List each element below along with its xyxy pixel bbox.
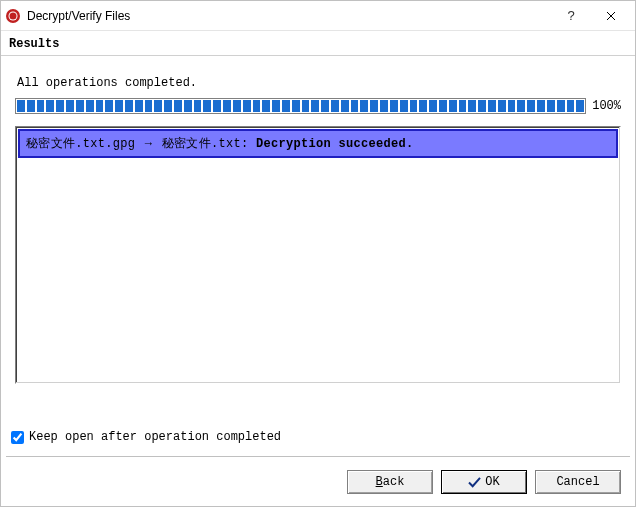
window-title: Decrypt/Verify Files [27, 9, 551, 23]
cancel-label: Cancel [556, 475, 599, 489]
title-bar: Decrypt/Verify Files ? [1, 1, 635, 31]
arrow-icon: → [145, 137, 153, 151]
keep-open-checkbox[interactable] [11, 431, 24, 444]
results-list[interactable]: 秘密文件.txt.gpg → 秘密文件.txt: Decryption succ… [15, 126, 621, 384]
back-mnemonic: B [376, 475, 383, 489]
button-row: Back OK Cancel [347, 470, 621, 494]
keep-open-label: Keep open after operation completed [29, 430, 281, 444]
result-source: 秘密文件.txt.gpg [26, 137, 135, 151]
close-button[interactable] [591, 2, 631, 30]
check-icon [468, 477, 481, 488]
app-icon [5, 8, 21, 24]
close-icon [606, 11, 616, 21]
ok-button[interactable]: OK [441, 470, 527, 494]
help-button[interactable]: ? [551, 2, 591, 30]
ok-label: OK [485, 475, 499, 489]
content-area: All operations completed. 100% 秘密文件.txt.… [1, 56, 635, 392]
result-item[interactable]: 秘密文件.txt.gpg → 秘密文件.txt: Decryption succ… [18, 129, 618, 158]
back-rest: ack [383, 475, 405, 489]
cancel-button[interactable]: Cancel [535, 470, 621, 494]
progress-bar [15, 98, 586, 114]
separator [6, 456, 630, 458]
back-button[interactable]: Back [347, 470, 433, 494]
status-text: All operations completed. [15, 76, 621, 90]
keep-open-checkbox-row[interactable]: Keep open after operation completed [11, 430, 281, 444]
result-dest: 秘密文件.txt: [162, 137, 249, 151]
progress-row: 100% [15, 98, 621, 114]
section-header: Results [1, 31, 635, 56]
svg-point-2 [10, 12, 17, 19]
result-status: Decryption succeeded. [256, 137, 414, 151]
progress-percent: 100% [586, 99, 621, 113]
